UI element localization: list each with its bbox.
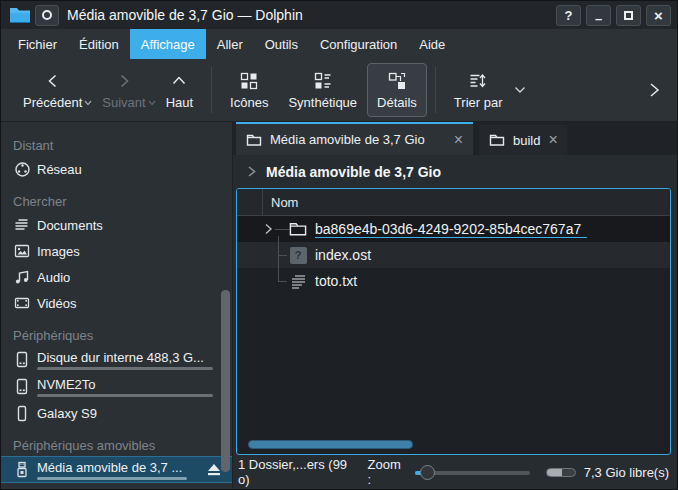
sidebar-item-documents[interactable]: Documents	[1, 212, 232, 238]
close-icon: ×	[654, 8, 663, 23]
sort-chevron-down-icon[interactable]	[514, 86, 526, 94]
compact-view-icon	[314, 70, 332, 92]
tab-label: build	[513, 133, 540, 148]
section-title: Chercher	[1, 190, 232, 212]
sidebar-scrollbar[interactable]	[221, 290, 230, 472]
folder-icon	[246, 133, 262, 147]
capacity-bar	[37, 394, 213, 397]
section-title: Périphériques	[1, 324, 232, 346]
free-space-label: 7,3 Gio libre(s)	[584, 465, 669, 480]
section-title: Périphériques amovibles	[1, 434, 232, 456]
app-menu-icon	[42, 10, 52, 20]
forward-button[interactable]: Suivant	[92, 63, 155, 117]
folder-icon	[289, 220, 307, 238]
breadcrumb-location[interactable]: Média amovible de 3,7 Gio	[266, 164, 441, 180]
sidebar-item-audio[interactable]: Audio	[1, 264, 232, 290]
file-name[interactable]: toto.txt	[315, 273, 357, 289]
tab-media-amovible[interactable]: Média amovible de 3,7 Gio ×	[236, 122, 473, 155]
zoom-slider-handle[interactable]	[420, 465, 435, 480]
unknown-file-icon: ?	[289, 246, 307, 264]
up-button[interactable]: Haut	[156, 63, 203, 117]
audio-icon	[13, 268, 31, 286]
tabbar: Média amovible de 3,7 Gio × build ×	[233, 122, 677, 155]
help-button[interactable]: ?	[556, 5, 581, 26]
tree-line	[278, 255, 287, 256]
sidebar-item-images[interactable]: Images	[1, 238, 232, 264]
toolbar-overflow-button[interactable]	[639, 81, 669, 99]
file-row-toto-txt[interactable]: toto.txt	[237, 268, 670, 294]
menu-edition[interactable]: Édition	[68, 29, 130, 59]
capacity-bar	[37, 477, 187, 480]
icons-view-button[interactable]: Icônes	[220, 63, 278, 117]
items-summary: 1 Dossier,...ers (99 o)	[238, 457, 359, 487]
menu-aide[interactable]: Aide	[408, 29, 456, 59]
sort-icon	[469, 70, 487, 92]
sidebar-item-nvme2to[interactable]: NVME2To	[1, 373, 232, 400]
harddisk-icon	[13, 351, 31, 369]
statusbar: 1 Dossier,...ers (99 o) Zoom : 7,3 Gio l…	[233, 455, 677, 489]
menu-affichage[interactable]: Affichage	[130, 29, 206, 59]
back-button[interactable]: Précédent	[13, 63, 92, 117]
fileview-header: Nom	[237, 189, 670, 216]
main-panel: Média amovible de 3,7 Gio × build × Médi…	[233, 122, 677, 489]
help-icon: ?	[565, 9, 573, 22]
app-menu-button[interactable]	[35, 5, 59, 26]
sidebar-item-label: Documents	[37, 218, 103, 233]
file-view[interactable]: Nom ba869e4b-03d6-4249-9202-85b4cec767a	[236, 188, 671, 455]
sidebar-item-galaxy-s9[interactable]: Galaxy S9	[1, 400, 232, 426]
tab-close-icon[interactable]: ×	[548, 132, 557, 148]
horizontal-scrollbar[interactable]	[248, 440, 413, 449]
menu-outils[interactable]: Outils	[254, 29, 309, 59]
details-view-icon	[388, 70, 406, 92]
sidebar-item-reseau[interactable]: Réseau	[1, 156, 232, 182]
zoom-slider[interactable]	[415, 464, 530, 481]
sort-by-label: Trier par	[454, 95, 503, 110]
sidebar-item-label: Réseau	[37, 162, 82, 177]
eject-button[interactable]	[206, 463, 222, 477]
icons-view-icon	[240, 70, 258, 92]
breadcrumb[interactable]: Média amovible de 3,7 Gio	[233, 155, 677, 188]
maximize-button[interactable]	[616, 5, 641, 26]
file-name[interactable]: index.ost	[315, 247, 371, 263]
arrow-left-icon	[45, 70, 61, 92]
tab-build[interactable]: build ×	[479, 125, 567, 155]
up-label: Haut	[166, 95, 193, 110]
menu-aller[interactable]: Aller	[206, 29, 254, 59]
file-row-index-ost[interactable]: ? index.ost	[237, 242, 670, 268]
free-space-bar	[546, 468, 575, 477]
sidebar-item-label: Vidéos	[37, 296, 77, 311]
document-icon	[13, 216, 31, 234]
sidebar-item-disque-interne[interactable]: Disque dur interne 488,3 G...	[1, 346, 232, 373]
toolbar: Précédent Suivant Haut	[1, 59, 677, 122]
details-view-label: Détails	[377, 95, 417, 110]
usb-drive-icon	[13, 461, 31, 479]
maximize-icon	[624, 11, 633, 20]
file-name[interactable]: ba869e4b-03d6-4249-9202-85b4cec767a7	[315, 221, 587, 238]
section-distant: Distant Réseau	[1, 134, 232, 182]
minimize-icon: –	[595, 12, 602, 25]
column-header-nom[interactable]: Nom	[271, 195, 298, 210]
places-panel: Distant Réseau Chercher	[1, 122, 233, 489]
file-row-folder[interactable]: ba869e4b-03d6-4249-9202-85b4cec767a7	[237, 216, 670, 242]
expand-chevron-icon[interactable]	[261, 222, 275, 236]
sort-by-button[interactable]: Trier par	[444, 63, 513, 117]
sidebar-item-media-amovible[interactable]: Média amovible de 3,7 ...	[1, 456, 232, 483]
window-controls: ? – ×	[556, 5, 671, 26]
titlebar: Média amovible de 3,7 Gio — Dolphin ? – …	[1, 1, 677, 29]
toolbar-separator	[435, 67, 436, 113]
video-icon	[13, 294, 31, 312]
menu-fichier[interactable]: Fichier	[7, 29, 68, 59]
sidebar-item-videos[interactable]: Vidéos	[1, 290, 232, 316]
close-button[interactable]: ×	[646, 5, 671, 26]
tab-close-icon[interactable]: ×	[454, 132, 463, 148]
menu-configuration[interactable]: Configuration	[309, 29, 408, 59]
toolbar-separator	[211, 67, 212, 113]
details-view-button[interactable]: Détails	[367, 63, 427, 117]
section-chercher: Chercher Documents Images	[1, 190, 232, 316]
dolphin-app-icon	[9, 6, 31, 24]
minimize-button[interactable]: –	[586, 5, 611, 26]
phone-icon	[13, 404, 31, 422]
compact-view-button[interactable]: Synthétique	[278, 63, 367, 117]
arrow-up-icon	[171, 70, 187, 92]
sidebar-item-label: NVME2To	[37, 377, 222, 392]
